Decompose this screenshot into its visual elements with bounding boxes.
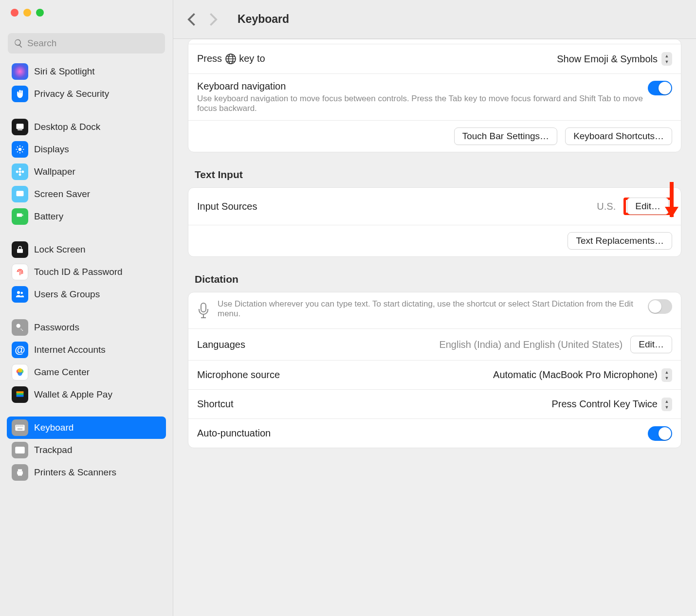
svg-rect-25 bbox=[18, 426, 19, 427]
svg-rect-32 bbox=[18, 469, 22, 471]
sidebar-item-label: Siri & Spotlight bbox=[34, 66, 95, 77]
input-sources-row: Input Sources U.S. Edit… bbox=[188, 188, 681, 225]
sidebar-item-label: Wallpaper bbox=[34, 166, 75, 177]
sidebar-item-label: Desktop & Dock bbox=[34, 122, 100, 132]
mic-icon bbox=[197, 302, 210, 322]
svg-rect-33 bbox=[18, 474, 22, 476]
trackpad-icon bbox=[12, 442, 28, 458]
globe-icon bbox=[225, 53, 237, 65]
sidebar-item-trackpad[interactable]: Trackpad bbox=[7, 439, 166, 461]
sidebar-item-printers-scanners[interactable]: Printers & Scanners bbox=[7, 461, 166, 484]
sidebar-item-label: Passwords bbox=[34, 322, 79, 333]
screensaver-icon bbox=[12, 186, 28, 202]
svg-point-13 bbox=[21, 292, 23, 294]
window-minimize-button[interactable] bbox=[23, 9, 31, 17]
sidebar-item-touch-id-password[interactable]: Touch ID & Password bbox=[7, 261, 166, 283]
svg-point-5 bbox=[19, 173, 21, 176]
text-input-section-label: Text Input bbox=[195, 169, 681, 181]
touch-bar-settings-button[interactable]: Touch Bar Settings… bbox=[454, 127, 557, 145]
svg-rect-21 bbox=[17, 395, 24, 397]
text-input-panel: Input Sources U.S. Edit… Text Replacemen… bbox=[188, 187, 681, 257]
dictation-languages-edit-button[interactable]: Edit… bbox=[630, 336, 672, 353]
keyboard-shortcuts-button[interactable]: Keyboard Shortcuts… bbox=[565, 127, 672, 145]
svg-rect-23 bbox=[16, 426, 17, 427]
sidebar-item-battery[interactable]: Battery bbox=[7, 205, 166, 228]
dictation-shortcut-stepper[interactable]: ▲▼ bbox=[661, 398, 672, 411]
sidebar-item-privacy-security[interactable]: Privacy & Security bbox=[7, 83, 166, 105]
keyboard-navigation-label: Keyboard navigation bbox=[197, 81, 648, 92]
dictation-mic-value[interactable]: Automatic (MacBook Pro Microphone) bbox=[493, 369, 658, 380]
flower-icon bbox=[12, 163, 28, 180]
nav-forward-button[interactable] bbox=[209, 12, 218, 27]
users-icon bbox=[12, 286, 28, 303]
siri-icon bbox=[12, 63, 28, 80]
sidebar-item-siri-spotlight[interactable]: Siri & Spotlight bbox=[7, 60, 166, 83]
keyboard-icon bbox=[12, 419, 28, 436]
search-field[interactable] bbox=[8, 33, 165, 54]
auto-punctuation-toggle[interactable] bbox=[648, 426, 672, 441]
sidebar-item-label: Wallet & Apple Pay bbox=[34, 389, 112, 400]
svg-rect-29 bbox=[18, 429, 23, 430]
sidebar-item-passwords[interactable]: Passwords bbox=[7, 316, 166, 339]
text-replacements-button[interactable]: Text Replacements… bbox=[568, 232, 672, 250]
dictation-mic-label: Microphone source bbox=[197, 369, 280, 380]
main-pane: Keyboard Press key to Show Emoji & Symbo… bbox=[173, 0, 696, 616]
globe-key-value[interactable]: Show Emoji & Symbols bbox=[557, 54, 658, 65]
sidebar-item-label: Printers & Scanners bbox=[34, 467, 116, 478]
dictation-shortcut-row: Shortcut Press Control Key Twice ▲▼ bbox=[188, 389, 681, 418]
auto-punctuation-row: Auto-punctuation bbox=[188, 418, 681, 448]
auto-punctuation-label: Auto-punctuation bbox=[197, 428, 271, 439]
keyboard-navigation-desc: Use keyboard navigation to move focus be… bbox=[197, 94, 648, 113]
dictation-section-label: Dictation bbox=[195, 273, 681, 285]
window-traffic-lights bbox=[0, 0, 173, 24]
dictation-toggle[interactable] bbox=[648, 299, 672, 314]
sidebar-item-label: Displays bbox=[34, 144, 69, 155]
svg-rect-8 bbox=[17, 191, 24, 196]
globe-key-stepper[interactable]: ▲▼ bbox=[661, 52, 672, 66]
sidebar-item-internet-accounts[interactable]: @Internet Accounts bbox=[7, 339, 166, 361]
svg-rect-11 bbox=[17, 249, 23, 253]
svg-rect-20 bbox=[17, 393, 24, 395]
sidebar-item-screen-saver[interactable]: Screen Saver bbox=[7, 183, 166, 205]
sidebar-item-keyboard[interactable]: Keyboard bbox=[7, 417, 166, 439]
dictation-shortcut-value[interactable]: Press Control Key Twice bbox=[552, 399, 658, 410]
svg-rect-30 bbox=[15, 447, 25, 453]
dictation-mic-stepper[interactable]: ▲▼ bbox=[661, 368, 672, 382]
window-zoom-button[interactable] bbox=[36, 9, 44, 17]
dictation-panel: Use Dictation wherever you can type text… bbox=[188, 292, 681, 448]
keyboard-panel: Press key to Show Emoji & Symbols ▲▼ Key… bbox=[188, 39, 681, 152]
svg-rect-24 bbox=[18, 426, 18, 427]
svg-point-3 bbox=[19, 171, 21, 173]
svg-point-7 bbox=[21, 171, 24, 173]
nav-back-button[interactable] bbox=[187, 12, 196, 27]
keyboard-navigation-row: Keyboard navigation Use keyboard navigat… bbox=[188, 73, 681, 120]
svg-rect-10 bbox=[22, 214, 23, 216]
svg-rect-0 bbox=[17, 124, 24, 129]
dictation-shortcut-label: Shortcut bbox=[197, 399, 233, 410]
wallet-icon bbox=[12, 386, 28, 403]
sidebar-item-wallpaper[interactable]: Wallpaper bbox=[7, 161, 166, 183]
svg-rect-27 bbox=[21, 426, 22, 427]
sidebar-item-wallet-apple-pay[interactable]: Wallet & Apple Pay bbox=[7, 383, 166, 406]
sidebar-item-displays[interactable]: Displays bbox=[7, 138, 166, 161]
input-sources-edit-button[interactable]: Edit… bbox=[627, 198, 669, 215]
dock-icon bbox=[12, 119, 28, 135]
sidebar-item-label: Lock Screen bbox=[34, 244, 86, 255]
keyboard-navigation-toggle[interactable] bbox=[648, 81, 672, 95]
sidebar-item-lock-screen[interactable]: Lock Screen bbox=[7, 238, 166, 261]
dictation-mic-row: Microphone source Automatic (MacBook Pro… bbox=[188, 360, 681, 389]
search-input[interactable] bbox=[27, 38, 159, 49]
sidebar-item-users-groups[interactable]: Users & Groups bbox=[7, 283, 166, 306]
window-close-button[interactable] bbox=[11, 9, 18, 17]
gamecenter-icon bbox=[12, 364, 28, 380]
globe-key-row: Press key to Show Emoji & Symbols ▲▼ bbox=[188, 44, 681, 73]
key-icon bbox=[12, 319, 28, 336]
svg-rect-19 bbox=[17, 391, 24, 393]
sidebar-item-label: Trackpad bbox=[34, 445, 73, 455]
sidebar-item-game-center[interactable]: Game Center bbox=[7, 361, 166, 383]
annotation-arrow bbox=[670, 182, 674, 217]
svg-rect-1 bbox=[18, 129, 22, 130]
sidebar-item-desktop-dock[interactable]: Desktop & Dock bbox=[7, 116, 166, 138]
input-sources-label: Input Sources bbox=[197, 201, 257, 212]
svg-rect-28 bbox=[22, 426, 23, 427]
